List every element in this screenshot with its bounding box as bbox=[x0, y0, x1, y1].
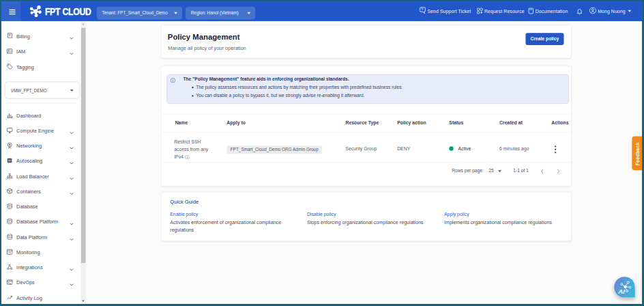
svg-text:AI: AI bbox=[617, 288, 625, 295]
